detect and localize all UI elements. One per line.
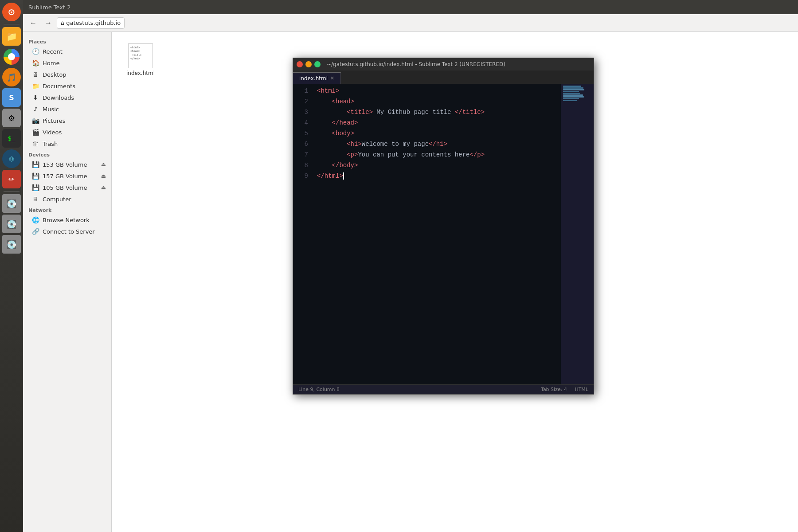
sidebar-item-pictures[interactable]: 📷 Pictures	[23, 115, 111, 126]
sidebar-trash-label: Trash	[43, 141, 58, 147]
sublime-tabs: index.html ✕	[293, 70, 594, 84]
sidebar-item-music[interactable]: ♪ Music	[23, 103, 111, 115]
code-line-6: <h1>Welcome to my page</h1>	[317, 139, 561, 149]
sidebar-pictures-label: Pictures	[43, 117, 65, 124]
location-bar[interactable]: ⌂ gatestuts.github.io	[57, 17, 125, 29]
sidebar: Places 🕐 Recent 🏠 Home 🖥 Desktop 📁 Docum…	[23, 32, 112, 532]
eject2-icon[interactable]: ⏏	[101, 173, 106, 179]
scratch-icon[interactable]: ✏	[2, 170, 21, 188]
line-numbers: 1 2 3 4 5 6 7 8 9	[293, 84, 313, 384]
settings-icon[interactable]: ⚙	[2, 109, 21, 127]
mini-line	[563, 100, 577, 101]
pictures-icon: 📷	[32, 117, 39, 124]
tab-index-html[interactable]: index.html ✕	[293, 72, 341, 84]
sublime-window: ~/gatestuts.github.io/index.html - Subli…	[293, 58, 594, 395]
line-num-4: 4	[293, 117, 313, 128]
browse-network-icon: 🌐	[32, 216, 39, 223]
list-item[interactable]: <html><head> <titl></hea> index.html	[121, 41, 160, 79]
sublime-title: ~/gatestuts.github.io/index.html - Subli…	[327, 61, 505, 67]
minimap	[561, 84, 587, 384]
connect-server-icon: 🔗	[32, 228, 39, 235]
sidebar-item-computer[interactable]: 🖥 Computer	[23, 193, 111, 205]
language-text: HTML	[575, 387, 588, 392]
minimap-content	[561, 84, 587, 103]
documents-icon: 📁	[32, 82, 39, 90]
sidebar-videos-label: Videos	[43, 129, 62, 136]
sidebar-music-label: Music	[43, 106, 59, 113]
sidebar-network-header: Network	[23, 205, 111, 214]
sidebar-item-documents[interactable]: 📁 Documents	[23, 80, 111, 92]
sidebar-item-recent[interactable]: 🕐 Recent	[23, 46, 111, 57]
window-maximize-button[interactable]	[314, 61, 321, 67]
desktop-icon: 🖥	[32, 71, 39, 78]
chrome-icon[interactable]	[2, 47, 21, 66]
forward-button[interactable]: →	[42, 17, 55, 29]
music-icon: ♪	[32, 106, 39, 113]
sidebar-item-vol3[interactable]: 💾 105 GB Volume ⏏	[23, 182, 111, 193]
sidebar-item-vol1[interactable]: 💾 153 GB Volume ⏏	[23, 159, 111, 170]
sidebar-vol3-label: 105 GB Volume	[43, 184, 87, 191]
code-line-9: </html>	[317, 171, 561, 181]
line-num-9: 9	[293, 171, 313, 181]
tab-label: index.html	[299, 75, 328, 82]
sidebar-item-connect-server[interactable]: 🔗 Connect to Server	[23, 226, 111, 237]
sidebar-item-vol2[interactable]: 💾 157 GB Volume ⏏	[23, 170, 111, 182]
vol3-icon: 💾	[32, 184, 39, 191]
sidebar-item-trash[interactable]: 🗑 Trash	[23, 138, 111, 149]
app-title: Sublime Text 2	[28, 4, 70, 11]
sidebar-item-desktop[interactable]: 🖥 Desktop	[23, 69, 111, 80]
taskbar: ⊙ 📁 🎵 S ⚙ $_ ⚛ ✏ 💽 💽 💽	[0, 0, 23, 532]
taskbar-divider-1	[4, 24, 20, 24]
forward-icon: →	[45, 19, 52, 27]
window-close-button[interactable]	[297, 61, 303, 67]
tab-close-button[interactable]: ✕	[330, 75, 334, 81]
sublime-statusbar: Line 9, Column 8 Tab Size: 4 HTML	[293, 384, 594, 394]
status-lang: Tab Size: 4 HTML	[541, 387, 588, 392]
file-name: index.html	[126, 70, 155, 76]
code-area[interactable]: <html> <head> <title> My Github page tit…	[313, 84, 561, 384]
eject3-icon[interactable]: ⏏	[101, 184, 106, 191]
sidebar-item-videos[interactable]: 🎬 Videos	[23, 126, 111, 138]
eject1-icon[interactable]: ⏏	[101, 161, 106, 168]
sublime-editor[interactable]: 1 2 3 4 5 6 7 8 9 <html> <head> <title> …	[293, 84, 594, 384]
mini-line	[563, 89, 584, 90]
sidebar-downloads-label: Downloads	[43, 94, 74, 101]
rhythmbox-icon[interactable]: 🎵	[2, 68, 21, 86]
window-minimize-button[interactable]	[305, 61, 312, 67]
mini-line	[563, 87, 583, 89]
downloads-icon: ⬇	[32, 94, 39, 101]
mini-line	[563, 93, 580, 94]
code-line-4: </head>	[317, 117, 561, 128]
status-position: Line 9, Column 8	[298, 387, 340, 392]
sidebar-item-browse-network[interactable]: 🌐 Browse Network	[23, 214, 111, 226]
code-line-7: <p>You can put your contents here</p>	[317, 149, 561, 160]
sidebar-item-downloads[interactable]: ⬇ Downloads	[23, 92, 111, 103]
line-num-7: 7	[293, 149, 313, 160]
disk3-icon[interactable]: 💽	[2, 235, 21, 254]
disk2-icon[interactable]: 💽	[2, 215, 21, 233]
sidebar-places-header: Places	[23, 36, 111, 46]
line-num-8: 8	[293, 160, 313, 171]
code-line-2: <head>	[317, 96, 561, 107]
files-icon[interactable]: 📁	[2, 27, 21, 46]
home-icon: ⌂	[61, 20, 64, 26]
terminal-icon[interactable]: $_	[2, 129, 21, 148]
recent-icon: 🕐	[32, 48, 39, 55]
atom-icon[interactable]: ⚛	[2, 149, 21, 168]
back-button[interactable]: ←	[27, 17, 40, 29]
sidebar-item-home[interactable]: 🏠 Home	[23, 57, 111, 69]
sublime-titlebar: ~/gatestuts.github.io/index.html - Subli…	[293, 58, 594, 70]
sublime-icon[interactable]: S	[2, 88, 21, 107]
scrollbar[interactable]	[587, 84, 594, 384]
disk1-icon[interactable]: 💽	[2, 194, 21, 213]
file-thumbnail: <html><head> <titl></hea>	[128, 43, 153, 68]
ubuntu-icon[interactable]: ⊙	[2, 3, 21, 21]
sidebar-vol2-label: 157 GB Volume	[43, 173, 87, 180]
sidebar-browse-network-label: Browse Network	[43, 217, 90, 223]
code-line-5: <body>	[317, 128, 561, 139]
sidebar-desktop-label: Desktop	[43, 71, 66, 78]
sidebar-connect-server-label: Connect to Server	[43, 228, 95, 235]
sidebar-devices-header: Devices	[23, 149, 111, 159]
back-icon: ←	[30, 19, 37, 27]
sidebar-computer-label: Computer	[43, 196, 71, 203]
